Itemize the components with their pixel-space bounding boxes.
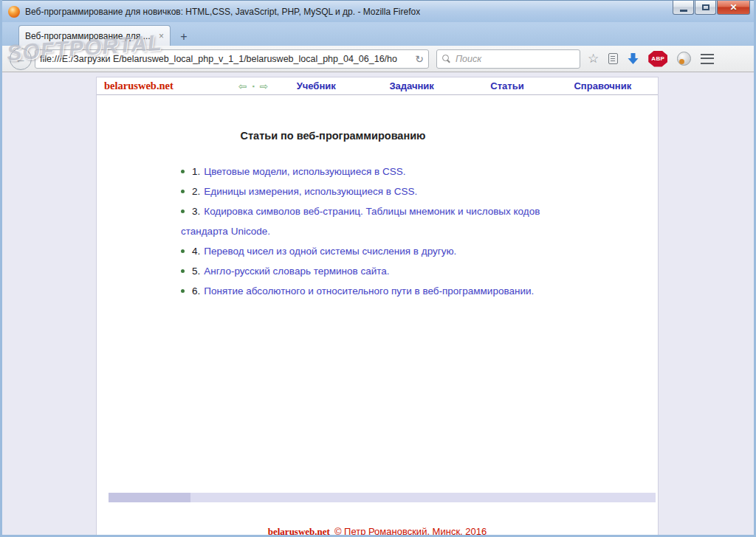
url-input[interactable] xyxy=(40,54,412,64)
page-heading-wrap: Статьи по веб-программированию xyxy=(97,129,569,142)
tab-strip: Веб-программирование для ... × + xyxy=(2,22,754,46)
article-number: 6. xyxy=(192,285,200,297)
bookmark-star-icon[interactable]: ☆ xyxy=(588,52,599,65)
list-item: 5.Англо-русский словарь терминов сайта. xyxy=(181,261,554,281)
list-item: 6.Понятие абсолютного и относительного п… xyxy=(181,281,554,301)
hamburger-menu-icon[interactable] xyxy=(701,54,714,64)
page-content: belarusweb.net ⇦ ▪ ⇨ Учебник Задачник Ст… xyxy=(96,77,659,535)
prev-page-icon[interactable]: ⇦ xyxy=(238,80,247,92)
tab-title: Веб-программирование для ... xyxy=(25,31,154,41)
site-brand: belarusweb.net xyxy=(104,80,173,92)
list-item: 2.Единицы измерения, использующиеся в CS… xyxy=(181,181,554,201)
article-link[interactable]: Англо-русский словарь терминов сайта. xyxy=(204,266,389,277)
titlebar: Веб-программирование для новичков: HTML,… xyxy=(2,0,754,22)
article-link[interactable]: Перевод чисел из одной системы счисления… xyxy=(204,246,456,257)
site-nav-arrows: ⇦ ▪ ⇨ xyxy=(238,80,269,92)
menu-item-stati[interactable]: Статьи xyxy=(459,80,554,91)
list-item: 4.Перевод чисел из одной системы счислен… xyxy=(181,241,554,261)
nav-dot-icon: ▪ xyxy=(252,83,255,90)
menu-item-spravochnik[interactable]: Справочник xyxy=(555,80,650,91)
navigation-toolbar: ← ↻ ☆ ABP xyxy=(2,46,754,72)
tab-active[interactable]: Веб-программирование для ... × xyxy=(18,25,171,46)
article-number: 3. xyxy=(192,206,200,217)
bullet-icon xyxy=(181,190,185,193)
article-link[interactable]: Кодировка символов веб-страниц. Таблицы … xyxy=(181,206,540,237)
bullet-icon xyxy=(181,289,185,293)
new-tab-button[interactable]: + xyxy=(173,28,195,46)
site-menu: Учебник Задачник Статьи Справочник xyxy=(269,80,650,91)
browser-window: Веб-программирование для новичков: HTML,… xyxy=(0,0,756,537)
article-number: 5. xyxy=(192,266,200,277)
maximize-icon xyxy=(702,4,709,10)
menu-item-zadachnik[interactable]: Задачник xyxy=(364,80,459,91)
search-input[interactable] xyxy=(456,54,574,64)
article-list: 1.Цветовые модели, использующиеся в CSS.… xyxy=(97,162,658,301)
addon-icon[interactable] xyxy=(677,52,691,66)
article-link[interactable]: Единицы измерения, использующиеся в CSS. xyxy=(204,186,417,197)
bullet-icon xyxy=(181,209,185,213)
list-item: 1.Цветовые модели, использующиеся в CSS. xyxy=(181,162,554,181)
toolbar-icons: ☆ ABP xyxy=(588,51,714,67)
list-item: 3.Кодировка символов веб-страниц. Таблиц… xyxy=(181,201,554,241)
article-number: 2. xyxy=(192,186,200,197)
site-menubar: belarusweb.net ⇦ ▪ ⇨ Учебник Задачник Ст… xyxy=(97,77,658,95)
firefox-icon xyxy=(8,6,20,18)
close-icon: ✕ xyxy=(729,2,737,13)
window-controls: ✕ xyxy=(673,1,754,15)
search-box[interactable] xyxy=(436,49,580,69)
download-icon[interactable] xyxy=(628,53,639,65)
bullet-icon xyxy=(181,249,185,253)
back-icon: ← xyxy=(15,52,27,66)
search-icon[interactable] xyxy=(442,55,451,63)
window-title: Веб-программирование для новичков: HTML,… xyxy=(25,7,420,17)
bookmarks-menu-icon[interactable] xyxy=(608,53,618,64)
page-viewport: belarusweb.net ⇦ ▪ ⇨ Учебник Задачник Ст… xyxy=(2,72,754,535)
menu-item-uchebnik[interactable]: Учебник xyxy=(269,80,364,91)
bullet-icon xyxy=(181,170,185,173)
article-number: 4. xyxy=(192,246,200,257)
site-footer: belarusweb.net© Петр Романовский, Минск,… xyxy=(97,526,658,535)
article-number: 1. xyxy=(192,166,200,177)
article-link[interactable]: Понятие абсолютного и относительного пут… xyxy=(204,285,534,297)
tab-close-icon[interactable]: × xyxy=(159,31,164,41)
maximize-button[interactable] xyxy=(695,1,716,15)
minimize-icon xyxy=(680,10,687,12)
footer-copyright: © Петр Романовский, Минск, 2016 xyxy=(334,526,487,535)
back-button[interactable]: ← xyxy=(10,48,32,70)
url-bar[interactable]: ↻ xyxy=(35,49,429,69)
minimize-button[interactable] xyxy=(673,1,694,15)
footer-brand: belarusweb.net xyxy=(268,526,330,535)
adblock-plus-icon[interactable]: ABP xyxy=(648,51,667,67)
reload-icon[interactable]: ↻ xyxy=(415,53,424,65)
bullet-icon xyxy=(181,269,185,273)
close-button[interactable]: ✕ xyxy=(717,1,750,15)
article-link[interactable]: Цветовые модели, использующиеся в CSS. xyxy=(204,166,405,177)
page-title: Статьи по веб-программированию xyxy=(241,130,426,142)
horizontal-scrollbar[interactable] xyxy=(109,493,656,502)
next-page-icon[interactable]: ⇨ xyxy=(260,80,269,92)
scrollbar-thumb[interactable] xyxy=(109,493,190,502)
